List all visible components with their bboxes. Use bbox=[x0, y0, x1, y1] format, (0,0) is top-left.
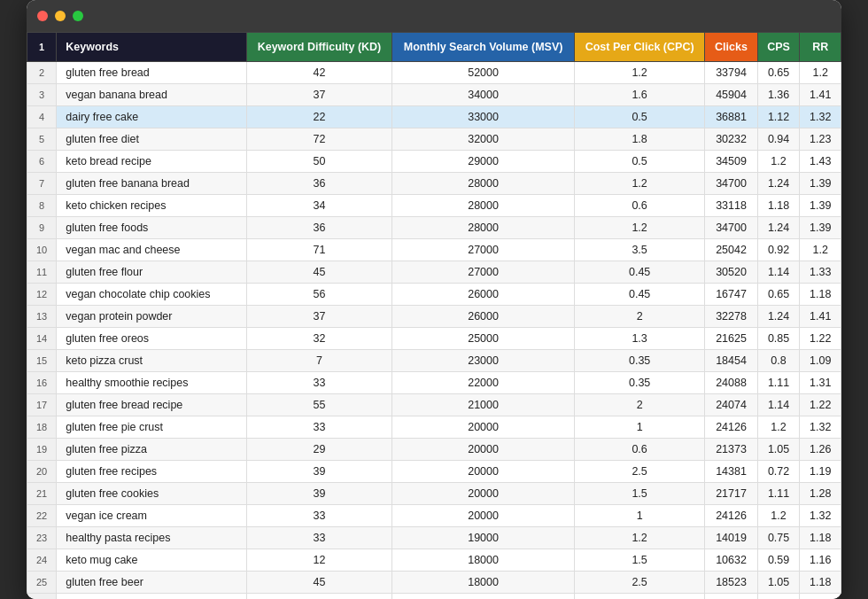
row-kd: 12 bbox=[246, 549, 392, 572]
row-num: 10 bbox=[27, 239, 57, 261]
maximize-button[interactable] bbox=[73, 11, 83, 21]
row-cps: 1.14 bbox=[757, 394, 800, 416]
row-cpc: 2.5 bbox=[574, 461, 705, 483]
row-clicks: 30232 bbox=[705, 128, 757, 151]
row-cps: 1.24 bbox=[757, 173, 800, 195]
row-msv: 25000 bbox=[392, 328, 575, 350]
row-rr: 1.32 bbox=[800, 505, 841, 527]
row-num: 6 bbox=[27, 151, 57, 173]
row-clicks: 30520 bbox=[705, 261, 757, 284]
row-clicks: 24074 bbox=[705, 394, 757, 416]
row-cps: 1.05 bbox=[757, 572, 800, 594]
row-msv: 32000 bbox=[392, 128, 575, 151]
row-cpc: 1.2 bbox=[574, 217, 705, 239]
row-cpc: 0.6 bbox=[574, 439, 705, 461]
table-row: 22vegan ice cream33200001241261.21.32 bbox=[27, 505, 841, 527]
row-num: 16 bbox=[27, 372, 57, 394]
row-msv: 20000 bbox=[392, 505, 575, 527]
col-rr: RR bbox=[800, 33, 841, 62]
row-keyword: healthy smoothie recipes bbox=[57, 372, 246, 394]
table-row: 24keto mug cake12180001.5106320.591.16 bbox=[27, 549, 841, 572]
row-rr: 1.32 bbox=[800, 106, 841, 128]
row-clicks: 10632 bbox=[705, 549, 757, 572]
row-clicks: 24126 bbox=[705, 416, 757, 439]
row-num: 25 bbox=[27, 572, 57, 594]
row-cps: 1.05 bbox=[757, 439, 800, 461]
row-cpc: 1.8 bbox=[574, 128, 705, 151]
row-num: 12 bbox=[27, 284, 57, 306]
row-num: 3 bbox=[27, 84, 57, 106]
row-cps: 0.72 bbox=[757, 461, 800, 483]
row-clicks: 24126 bbox=[705, 505, 757, 527]
table-row: 6keto bread recipe50290000.5345091.21.43 bbox=[27, 151, 841, 173]
row-clicks: 24088 bbox=[705, 372, 757, 394]
col-cps: CPS bbox=[757, 33, 800, 62]
minimize-button[interactable] bbox=[55, 11, 66, 21]
row-kd: 29 bbox=[246, 439, 392, 461]
row-cpc: 2.5 bbox=[574, 572, 705, 594]
row-keyword: gluten free chocolate chip cookies bbox=[57, 594, 246, 599]
row-rr: 1.32 bbox=[800, 416, 841, 439]
row-rr: 1.18 bbox=[800, 572, 841, 594]
row-keyword: gluten free recipes bbox=[57, 461, 246, 483]
row-kd: 56 bbox=[246, 284, 392, 306]
row-msv: 28000 bbox=[392, 195, 575, 217]
col-cpc: Cost Per Click (CPC) bbox=[574, 33, 705, 62]
row-msv: 29000 bbox=[392, 151, 575, 173]
row-cps: 1.2 bbox=[757, 151, 800, 173]
close-button[interactable] bbox=[37, 11, 48, 21]
row-kd: 30 bbox=[246, 594, 392, 599]
row-cpc: 1.2 bbox=[574, 62, 705, 84]
row-keyword: gluten free pie crust bbox=[57, 416, 246, 439]
row-cpc: 1 bbox=[574, 416, 705, 439]
row-cps: 0.65 bbox=[757, 62, 800, 84]
row-rr: 1.2 bbox=[800, 239, 841, 261]
row-keyword: gluten free bread recipe bbox=[57, 394, 246, 416]
row-num: 23 bbox=[27, 527, 57, 549]
row-clicks: 21717 bbox=[705, 483, 757, 505]
row-num: 13 bbox=[27, 306, 57, 328]
table-row: 4dairy free cake22330000.5368811.121.32 bbox=[27, 106, 841, 128]
row-num: 4 bbox=[27, 106, 57, 128]
row-rr: 1.39 bbox=[800, 195, 841, 217]
row-cps: 0.92 bbox=[757, 239, 800, 261]
row-cps: 1.2 bbox=[757, 416, 800, 439]
row-rr: 1.31 bbox=[800, 372, 841, 394]
row-msv: 26000 bbox=[392, 306, 575, 328]
row-clicks: 18523 bbox=[705, 572, 757, 594]
row-cps: 0.8 bbox=[757, 350, 800, 372]
row-cpc: 0.45 bbox=[574, 284, 705, 306]
row-clicks: 21625 bbox=[705, 328, 757, 350]
row-msv: 23000 bbox=[392, 350, 575, 372]
table-row: 8keto chicken recipes34280000.6331181.18… bbox=[27, 195, 841, 217]
table-row: 19gluten free pizza29200000.6213731.051.… bbox=[27, 439, 841, 461]
row-keyword: gluten free cookies bbox=[57, 483, 246, 505]
row-num: 15 bbox=[27, 350, 57, 372]
row-rr: 1.39 bbox=[800, 217, 841, 239]
row-keyword: dairy free cake bbox=[57, 106, 246, 128]
row-kd: 37 bbox=[246, 84, 392, 106]
row-rr: 1.28 bbox=[800, 483, 841, 505]
row-kd: 45 bbox=[246, 261, 392, 284]
row-num: 20 bbox=[27, 461, 57, 483]
row-rr: 1.16 bbox=[800, 549, 841, 572]
row-cps: 1.19 bbox=[757, 594, 800, 599]
row-rr: 1.39 bbox=[800, 173, 841, 195]
row-keyword: vegan banana bread bbox=[57, 84, 246, 106]
row-cps: 1.14 bbox=[757, 261, 800, 284]
table-row: 11gluten free flour45270000.45305201.141… bbox=[27, 261, 841, 284]
table-row: 10vegan mac and cheese71270003.5250420.9… bbox=[27, 239, 841, 261]
row-cpc: 1.2 bbox=[574, 527, 705, 549]
row-cpc: 1.3 bbox=[574, 328, 705, 350]
row-keyword: gluten free oreos bbox=[57, 328, 246, 350]
row-msv: 28000 bbox=[392, 217, 575, 239]
row-kd: 36 bbox=[246, 217, 392, 239]
row-clicks: 14019 bbox=[705, 527, 757, 549]
row-msv: 20000 bbox=[392, 483, 575, 505]
col-kd: Keyword Difficulty (KD) bbox=[246, 33, 392, 62]
row-kd: 34 bbox=[246, 195, 392, 217]
row-cpc: 0.5 bbox=[574, 151, 705, 173]
row-num: 24 bbox=[27, 549, 57, 572]
row-msv: 20000 bbox=[392, 439, 575, 461]
row-num: 19 bbox=[27, 439, 57, 461]
